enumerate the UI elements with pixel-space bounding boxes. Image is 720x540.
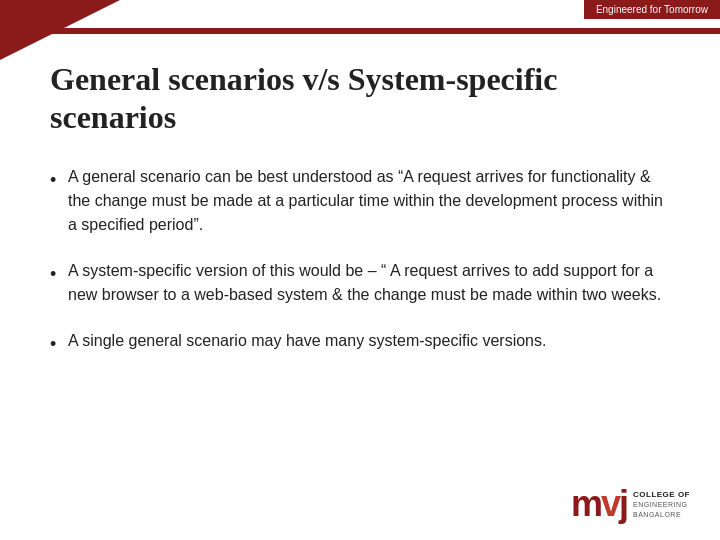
bullet-text: A system-specific version of this would … (68, 259, 670, 307)
bullet-list: •A general scenario can be best understo… (50, 165, 670, 358)
list-item: •A single general scenario may have many… (50, 329, 670, 358)
bullet-dot: • (50, 331, 68, 358)
slide-title: General scenarios v/s System-specific sc… (50, 60, 670, 137)
city-line: BANGALORE (633, 510, 690, 520)
bullet-dot: • (50, 261, 68, 288)
engineering-line: ENGINEERING (633, 500, 690, 510)
list-item: •A general scenario can be best understo… (50, 165, 670, 237)
logo-area: mvj COLLEGE OF ENGINEERING BANGALORE (571, 486, 690, 522)
bullet-text: A single general scenario may have many … (68, 329, 670, 353)
logo-letters: mvj (571, 486, 627, 522)
list-item: •A system-specific version of this would… (50, 259, 670, 307)
header-tagline: Engineered for Tomorrow (584, 0, 720, 19)
bullet-text: A general scenario can be best understoo… (68, 165, 670, 237)
logo-text: COLLEGE OF ENGINEERING BANGALORE (633, 489, 690, 520)
accent-bar (0, 28, 720, 34)
main-content: General scenarios v/s System-specific sc… (0, 40, 720, 540)
bullet-dot: • (50, 167, 68, 194)
college-line: COLLEGE OF (633, 489, 690, 500)
